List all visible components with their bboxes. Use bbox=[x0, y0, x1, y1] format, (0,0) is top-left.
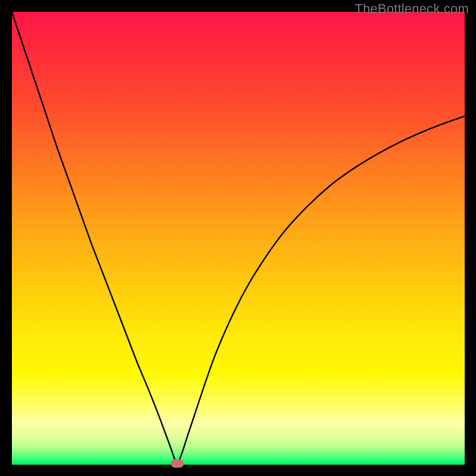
watermark-text: TheBottleneck.com bbox=[355, 1, 469, 17]
optimum-marker bbox=[171, 459, 184, 468]
plot-area bbox=[12, 12, 465, 465]
bottleneck-chart bbox=[12, 12, 465, 465]
gradient-background bbox=[12, 12, 465, 465]
chart-frame: TheBottleneck.com bbox=[0, 0, 476, 476]
